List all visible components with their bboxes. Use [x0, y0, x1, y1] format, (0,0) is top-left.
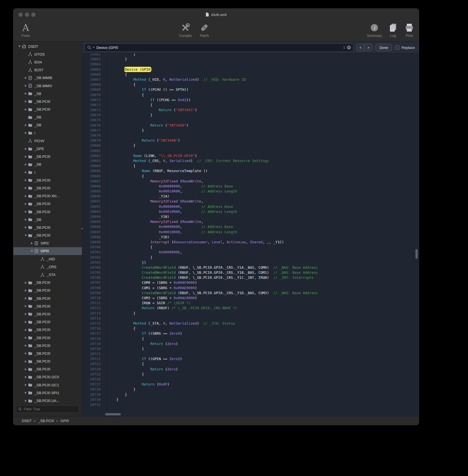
sidebar-item-gpe[interactable]: _GPE	[13, 145, 82, 153]
minimize-button[interactable]	[25, 13, 29, 17]
find-field[interactable]: 1 ×	[85, 44, 353, 52]
sidebar-item-sbpci0[interactable]: _SB.PCI0	[13, 287, 82, 294]
disclosure-triangle[interactable]	[23, 154, 28, 159]
sidebar-item-sbpci0[interactable]: _SB.PCI0	[13, 106, 82, 113]
disclosure-triangle[interactable]	[23, 351, 28, 356]
find-next-button[interactable]: >	[364, 44, 372, 51]
sidebar-item-sbpci0[interactable]: _SB.PCI0	[13, 310, 82, 318]
fonts-button[interactable]: A Fonts	[17, 22, 34, 38]
sidebar-item-sbpci0ua[interactable]: _SB.PCI0.UA…	[13, 397, 82, 403]
breadcrumb-item[interactable]: GPI0	[61, 419, 69, 423]
sidebar-item-sb[interactable]: _SB	[13, 161, 82, 168]
sidebar-item-sbpci0[interactable]: _SB.PCI0	[13, 365, 82, 373]
sidebar-item-sbpci0[interactable]: _SB.PCI0	[13, 326, 82, 334]
log-button[interactable]: Log	[388, 22, 398, 38]
sidebar-item-sbpci0[interactable]: _SB.PCI0	[13, 334, 82, 342]
sidebar-item-b2st[interactable]: B2ST	[13, 66, 82, 74]
sidebar-item-sbpci0[interactable]: _SB.PCI0	[13, 302, 82, 310]
disclosure-triangle[interactable]	[23, 335, 28, 340]
disclosure-triangle[interactable]	[23, 99, 28, 104]
disclosure-triangle[interactable]	[23, 312, 28, 316]
sidebar-item-sbpci0[interactable]: _SB.PCI0	[13, 349, 82, 357]
sidebar-item-sbpci0[interactable]: _SB.PCI0	[13, 208, 82, 216]
sidebar-item-sbpci0[interactable]: _SB.PCI0	[13, 153, 82, 161]
sidebar-item-sbpci0[interactable]: _SB.PCI0	[13, 184, 82, 192]
sidebar-item-sbpci0[interactable]: _SB.PCI0	[13, 279, 82, 287]
vertical-scrollbar[interactable]	[415, 249, 418, 259]
find-previous-button[interactable]: <	[357, 44, 364, 51]
disclosure-triangle[interactable]	[23, 202, 28, 206]
sidebar-item-sb[interactable]: _SB	[13, 90, 82, 97]
disclosure-triangle[interactable]	[23, 391, 28, 395]
disclosure-triangle[interactable]	[23, 194, 28, 198]
disclosure-triangle[interactable]	[23, 131, 28, 135]
sidebar-item-gpi0[interactable]: GPI0	[13, 247, 82, 255]
disclosure-triangle[interactable]	[23, 375, 28, 379]
find-input[interactable]	[96, 45, 342, 50]
sidebar-item-sbpci0[interactable]: _SB.PCI0	[13, 200, 82, 208]
disclosure-triangle[interactable]	[23, 76, 28, 80]
sidebar-item-pchv[interactable]: PCHV	[13, 137, 82, 145]
compile-button[interactable]: Compile	[179, 22, 192, 38]
disclosure-triangle[interactable]	[17, 44, 22, 49]
disclosure-triangle[interactable]	[23, 328, 28, 332]
disclosure-triangle[interactable]	[30, 241, 34, 246]
sidebar-item-sirc[interactable]: SIRC	[13, 239, 82, 247]
close-button[interactable]	[18, 13, 23, 17]
sidebar-item-sbwmiv[interactable]: _SB.WMIV	[13, 82, 82, 90]
sidebar-item-root[interactable]: \	[13, 129, 82, 137]
disclosure-triangle[interactable]	[23, 359, 28, 364]
breadcrumb-item[interactable]: DSDT	[22, 419, 32, 423]
splitter-handle[interactable]	[81, 228, 83, 229]
sidebar-item-sbpci0xh[interactable]: _SB.PCI0.XH…	[13, 192, 82, 200]
disclosure-triangle[interactable]	[23, 288, 28, 293]
replace-checkbox[interactable]	[395, 45, 400, 50]
breadcrumb-item[interactable]: _SB.PCI0	[38, 419, 54, 423]
disclosure-triangle[interactable]	[23, 107, 28, 112]
disclosure-triangle[interactable]	[23, 399, 28, 403]
disclosure-triangle[interactable]	[23, 123, 28, 127]
disclosure-triangle[interactable]	[23, 367, 28, 372]
disclosure-triangle[interactable]	[23, 225, 28, 230]
sidebar-item-sbpci0[interactable]: _SB.PCI0	[13, 358, 82, 365]
disclosure-triangle[interactable]	[23, 162, 28, 167]
disclosure-triangle[interactable]	[30, 249, 34, 253]
disclosure-triangle[interactable]	[23, 296, 28, 301]
clear-search-button[interactable]: ×	[347, 46, 351, 49]
sidebar-item-sbpci0[interactable]: _SB.PCI0	[13, 223, 82, 231]
sidebar-item-sbpci0[interactable]: _SB.PCI0	[13, 97, 82, 105]
sidebar-item-sbpci0[interactable]: _SB.PCI0	[13, 232, 82, 239]
code-editor[interactable]: 20662 }20663 }2066420665 Device (GPI0)20…	[82, 54, 419, 416]
disclosure-triangle[interactable]	[23, 186, 28, 190]
sidebar-item-sbpci0i2c1[interactable]: _SB.PCI0.I2C1	[13, 381, 82, 389]
sidebar-item-sbpci0spi1[interactable]: _SB.PCI0.SPI1	[13, 389, 82, 397]
sidebar-item-sbpci0[interactable]: _SB.PCI0	[13, 318, 82, 326]
done-button[interactable]: Done	[375, 44, 392, 51]
disclosure-triangle[interactable]	[23, 91, 28, 96]
disclosure-triangle[interactable]	[23, 304, 28, 308]
disclosure-triangle[interactable]	[23, 233, 28, 238]
disclosure-triangle[interactable]	[23, 170, 28, 175]
sidebar-item-sbpci0[interactable]: _SB.PCI0	[13, 294, 82, 302]
disclosure-triangle[interactable]	[23, 320, 28, 324]
disclosure-triangle[interactable]	[23, 343, 28, 348]
sidebar-item-sbwmib[interactable]: _SB.WMIB	[13, 74, 82, 82]
sidebar-item-sta[interactable]: _STA	[13, 271, 82, 279]
summary-button[interactable]: i Summary	[367, 22, 382, 38]
sidebar-item-gtos[interactable]: GTOS	[13, 50, 82, 58]
sidebar-item-sbpci0[interactable]: _SB.PCI0	[13, 342, 82, 349]
patch-button[interactable]: Patch	[199, 22, 210, 38]
disclosure-triangle[interactable]	[23, 178, 28, 182]
sidebar-item-sb[interactable]: _SB	[13, 216, 82, 223]
sidebar-item-crs[interactable]: _CRS	[13, 263, 82, 271]
sidebar-item-sbpci0[interactable]: _SB.PCI0	[13, 176, 82, 184]
sidebar-item-hid[interactable]: _HID	[13, 255, 82, 263]
disclosure-triangle[interactable]	[23, 147, 28, 151]
filter-field[interactable]	[16, 405, 79, 413]
sidebar-item-sb[interactable]: _SB	[13, 121, 82, 129]
sidebar-item-b2i4[interactable]: B2I4	[13, 58, 82, 66]
disclosure-triangle[interactable]	[23, 210, 28, 214]
disclosure-triangle[interactable]	[23, 280, 28, 285]
disclosure-triangle[interactable]	[23, 383, 28, 387]
horizontal-scrollbar[interactable]	[105, 413, 121, 415]
